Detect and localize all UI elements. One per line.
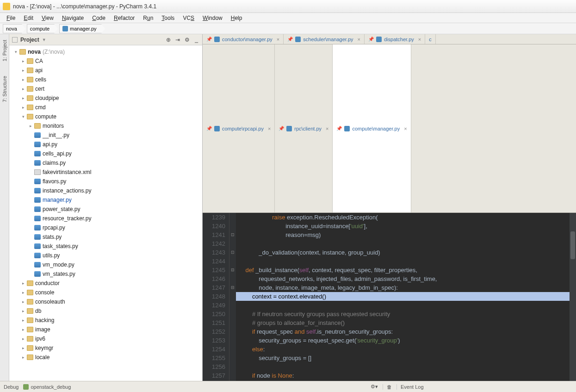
tree-toggle-icon[interactable]: ▸ [20, 77, 26, 82]
close-tab-icon[interactable]: × [326, 126, 328, 131]
tree-toggle-icon[interactable]: ▸ [20, 346, 26, 350]
tree-item-cells[interactable]: ▸cells [9, 75, 202, 84]
tree-item-consoleauth[interactable]: ▸consoleauth [9, 297, 202, 306]
tree-toggle-icon[interactable]: ▸ [20, 299, 26, 304]
code-line[interactable]: security_groups = [] [236, 354, 570, 362]
fold-marker[interactable] [229, 345, 236, 354]
menu-vcs[interactable]: VCS [179, 14, 198, 22]
menu-refactor[interactable]: Refactor [110, 14, 138, 22]
code-line[interactable]: reason=msg) [236, 230, 570, 239]
fold-marker[interactable]: ⊟ [229, 266, 236, 274]
tree-toggle-icon[interactable]: ▸ [20, 59, 26, 63]
tree-item-cert[interactable]: ▸cert [9, 84, 202, 93]
editor-tab-compute-manager-py[interactable]: 📌compute\manager.py× [333, 44, 411, 212]
tree-item-db[interactable]: ▸db [9, 306, 202, 316]
tree-item-flavors-py[interactable]: flavors.py [9, 177, 202, 186]
tree-item-rpcapi-py[interactable]: rpcapi.py [9, 223, 202, 232]
code-line[interactable]: _do_validation(context, instance, group_… [236, 248, 570, 257]
code-line[interactable]: def _build_instance(self, context, reque… [236, 266, 570, 274]
menu-edit[interactable]: Edit [20, 14, 37, 22]
code-line[interactable]: if node is None: [236, 371, 570, 380]
tree-item-cloudpipe[interactable]: ▸cloudpipe [9, 93, 202, 103]
tree-toggle-icon[interactable]: ▸ [20, 318, 26, 323]
code-line[interactable]: instance_uuid=instance['uuid'], [236, 222, 570, 230]
tree-item-api[interactable]: ▸api [9, 66, 202, 75]
editor-tab-rpc-client-py[interactable]: 📌rpc\client.py× [275, 44, 333, 212]
fold-marker[interactable] [229, 239, 236, 248]
code-line[interactable]: else: [236, 345, 570, 354]
tree-toggle-icon[interactable]: ▸ [20, 355, 26, 360]
fold-marker[interactable] [229, 380, 236, 381]
status-configuration[interactable]: openstack_debug [23, 384, 71, 390]
tree-toggle-icon[interactable]: ▸ [20, 96, 26, 100]
editor-tab-dispatcher-py[interactable]: 📌dispatcher.py× [365, 34, 425, 44]
tree-item-utils-py[interactable]: utils.py [9, 251, 202, 260]
editor-tab-c[interactable]: c [425, 34, 436, 44]
fold-marker[interactable] [229, 310, 236, 318]
tree-item-image[interactable]: ▸image [9, 325, 202, 334]
tree-item-ca[interactable]: ▸CA [9, 56, 202, 66]
gear-icon[interactable]: ⚙ [184, 37, 190, 43]
tree-toggle-icon[interactable]: ▸ [20, 281, 26, 286]
code-line[interactable] [236, 362, 570, 371]
close-tab-icon[interactable]: × [277, 37, 279, 42]
menu-window[interactable]: Window [199, 14, 226, 22]
tree-toggle-icon[interactable]: ▸ [20, 336, 26, 341]
tree-item-cmd[interactable]: ▸cmd [9, 103, 202, 112]
close-tab-icon[interactable]: × [358, 37, 360, 42]
tree-item-locale[interactable]: ▸locale [9, 353, 202, 362]
close-tab-icon[interactable]: × [418, 37, 421, 42]
tree-item-monitors[interactable]: ▸monitors [9, 121, 202, 131]
tree-item-resource-tracker-py[interactable]: resource_tracker.py [9, 214, 202, 223]
code-line[interactable]: node = self.driver.get_available_nodes(r… [236, 380, 570, 381]
tree-item-cells-api-py[interactable]: cells_api.py [9, 149, 202, 158]
status-trash-icon[interactable]: 🗑 [383, 384, 392, 390]
menu-navigate[interactable]: Navigate [58, 14, 87, 22]
code-line[interactable]: security_groups = request_spec.get('secu… [236, 336, 570, 345]
tree-toggle-icon[interactable]: ▸ [20, 105, 26, 110]
crumb-nova[interactable]: nova [3, 24, 22, 33]
fold-marker[interactable]: ⊡ [229, 248, 236, 257]
tree-item-manager-py[interactable]: manager.py [9, 195, 202, 205]
fold-marker[interactable] [229, 371, 236, 380]
code-line[interactable]: requested_networks, injected_files, admi… [236, 274, 570, 283]
tree-toggle-icon[interactable]: ▸ [20, 290, 26, 295]
tree-item---init---py[interactable]: __init__.py [9, 131, 202, 140]
menu-code[interactable]: Code [88, 14, 109, 22]
menu-tools[interactable]: Tools [158, 14, 178, 22]
menu-file[interactable]: File [3, 14, 19, 22]
hide-icon[interactable]: ⎯ [193, 37, 199, 43]
code-line[interactable]: context = context.elevated() [236, 292, 570, 301]
tree-item-keymgr[interactable]: ▸keymgr [9, 343, 202, 353]
tree-item-fakevirtinstance-xml[interactable]: fakevirtinstance.xml [9, 168, 202, 177]
tree-item-stats-py[interactable]: stats.py [9, 232, 202, 242]
menu-help[interactable]: Help [227, 14, 246, 22]
tree-item-instance-actions-py[interactable]: instance_actions.py [9, 186, 202, 195]
tree-toggle-icon[interactable]: ▾ [20, 114, 26, 119]
tree-item-hacking[interactable]: ▸hacking [9, 316, 202, 325]
close-tab-icon[interactable]: × [404, 126, 407, 131]
fold-marker[interactable]: ⊡ [229, 230, 236, 239]
fold-marker[interactable] [229, 213, 236, 222]
tree-item-compute[interactable]: ▾compute [9, 112, 202, 121]
scroll-target-icon[interactable]: ⊕ [165, 37, 172, 43]
tree-item-vm-mode-py[interactable]: vm_mode.py [9, 260, 202, 269]
project-combo-icon[interactable] [12, 37, 18, 43]
code-line[interactable]: node, instance, image_meta, legacy_bdm_i… [236, 283, 570, 292]
menu-view[interactable]: View [38, 14, 57, 22]
tree-item-nova[interactable]: ▾nova(Z:\nova) [9, 47, 202, 56]
code-content[interactable]: raise exception.RescheduledException( in… [236, 213, 570, 381]
tree-toggle-icon[interactable]: ▸ [20, 87, 26, 91]
editor-tab-scheduler-manager-py[interactable]: 📌scheduler\manager.py× [284, 34, 365, 44]
tree-item-power-state-py[interactable]: power_state.py [9, 205, 202, 214]
fold-marker[interactable] [229, 274, 236, 283]
tab-structure-tool[interactable]: 7: Structure [1, 73, 8, 105]
fold-marker[interactable] [229, 327, 236, 336]
tree-toggle-icon[interactable]: ▸ [28, 124, 33, 128]
code-line[interactable]: # groups to allocate_for_instance() [236, 318, 570, 327]
fold-marker[interactable] [229, 362, 236, 371]
tab-project-tool[interactable]: 1: Project [1, 37, 8, 64]
tree-item-ipv6[interactable]: ▸ipv6 [9, 334, 202, 343]
status-settings-icon[interactable]: ⚙▾ [371, 384, 378, 390]
fold-marker[interactable] [229, 257, 236, 266]
